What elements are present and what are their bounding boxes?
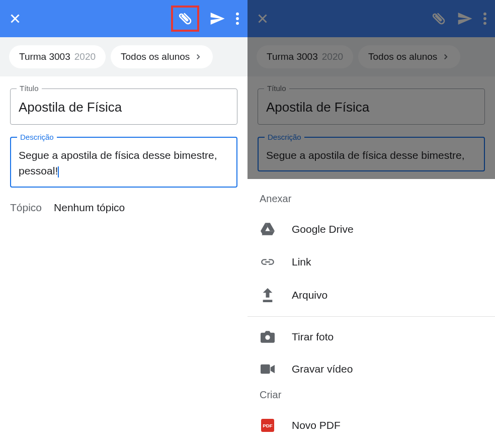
description-label: Descrição	[17, 133, 57, 141]
chevron-right-icon	[194, 52, 203, 61]
upload-icon	[260, 288, 276, 302]
sheet-item-label: Tirar foto	[292, 331, 334, 343]
text-cursor	[58, 166, 59, 177]
title-label: Título	[17, 84, 42, 93]
sheet-item-video[interactable]: Gravar vídeo	[248, 353, 495, 385]
sheet-item-new-pdf[interactable]: PDF Novo PDF	[248, 409, 495, 442]
svg-point-1	[236, 17, 239, 20]
chips-row: Turma 3003 2020 Todos os alunos	[0, 37, 248, 76]
sheet-divider	[248, 316, 495, 317]
send-icon[interactable]	[209, 11, 225, 27]
title-input[interactable]: Apostila de Física	[19, 99, 229, 116]
screen-left: Turma 3003 2020 Todos os alunos Título A…	[0, 0, 248, 448]
close-icon[interactable]	[8, 12, 22, 26]
chip-class-name: Turma 3003	[19, 51, 70, 62]
title-label: Título	[264, 84, 289, 93]
app-header	[248, 0, 495, 37]
attach-highlight	[171, 6, 199, 32]
pdf-icon: PDF	[260, 419, 276, 432]
more-icon[interactable]	[483, 12, 487, 26]
chevron-right-icon	[441, 52, 450, 61]
chip-class[interactable]: Turma 3003 2020	[257, 45, 353, 68]
svg-point-5	[483, 22, 486, 25]
chip-class[interactable]: Turma 3003 2020	[9, 45, 106, 68]
screen-right: Turma 3003 2020 Todos os alunos Título A…	[248, 0, 495, 448]
description-field[interactable]: Descrição Segue a apostila de física des…	[10, 137, 237, 188]
sheet-item-label: Gravar vídeo	[292, 363, 353, 375]
attach-icon[interactable]	[177, 11, 193, 27]
camera-icon	[260, 331, 276, 343]
svg-point-0	[236, 13, 239, 16]
app-header	[0, 0, 248, 37]
chip-audience-label: Todos os alunos	[121, 51, 190, 62]
video-icon	[260, 364, 276, 374]
title-field[interactable]: Título Apostila de Física	[258, 88, 485, 125]
sheet-item-label: Link	[292, 256, 311, 268]
sheet-item-label: Novo PDF	[292, 419, 341, 431]
form-area: Título Apostila de Física Descrição Segu…	[0, 76, 248, 216]
sheet-item-link[interactable]: Link	[248, 246, 495, 278]
svg-text:PDF: PDF	[263, 423, 273, 428]
chip-audience[interactable]: Todos os alunos	[111, 45, 213, 68]
sheet-item-label: Arquivo	[292, 289, 327, 301]
close-icon[interactable]	[256, 12, 270, 26]
sheet-header-attach: Anexar	[248, 189, 495, 213]
svg-rect-7	[261, 365, 270, 374]
description-label: Descrição	[265, 133, 304, 141]
svg-point-2	[236, 22, 239, 25]
topic-label: Tópico	[10, 202, 42, 214]
topic-value: Nenhum tópico	[54, 202, 125, 214]
description-field[interactable]: Descrição Segue a apostila de física des…	[258, 137, 485, 172]
drive-icon	[260, 223, 276, 236]
form-area: Título Apostila de Física Descrição Segu…	[248, 76, 495, 171]
sheet-header-create: Criar	[248, 385, 495, 409]
sheet-item-photo[interactable]: Tirar foto	[248, 321, 495, 353]
sheet-item-label: Google Drive	[292, 223, 354, 235]
chip-audience[interactable]: Todos os alunos	[358, 45, 460, 68]
send-icon[interactable]	[457, 11, 473, 27]
chip-class-year: 2020	[322, 51, 343, 62]
svg-point-6	[265, 335, 270, 340]
chips-row: Turma 3003 2020 Todos os alunos	[248, 37, 495, 76]
topic-row[interactable]: Tópico Nenhum tópico	[10, 200, 237, 216]
chip-audience-label: Todos os alunos	[368, 51, 437, 62]
description-input[interactable]: Segue a apostila de física desse bimestr…	[19, 147, 229, 179]
svg-point-4	[483, 17, 486, 20]
svg-point-3	[483, 13, 486, 16]
chip-class-year: 2020	[74, 51, 96, 62]
chip-class-name: Turma 3003	[267, 51, 318, 62]
link-icon	[260, 258, 276, 265]
attach-sheet: Anexar Google Drive Link Arquivo Tirar f…	[248, 179, 495, 448]
description-input[interactable]: Segue a apostila de física desse bimestr…	[266, 147, 476, 163]
title-field[interactable]: Título Apostila de Física	[10, 88, 237, 125]
sheet-item-google-drive[interactable]: Google Drive	[248, 213, 495, 246]
more-icon[interactable]	[235, 12, 239, 26]
title-input[interactable]: Apostila de Física	[266, 99, 476, 116]
attach-icon[interactable]	[431, 11, 447, 27]
sheet-item-file[interactable]: Arquivo	[248, 278, 495, 312]
description-text: Segue a apostila de física desse bimestr…	[19, 149, 217, 177]
